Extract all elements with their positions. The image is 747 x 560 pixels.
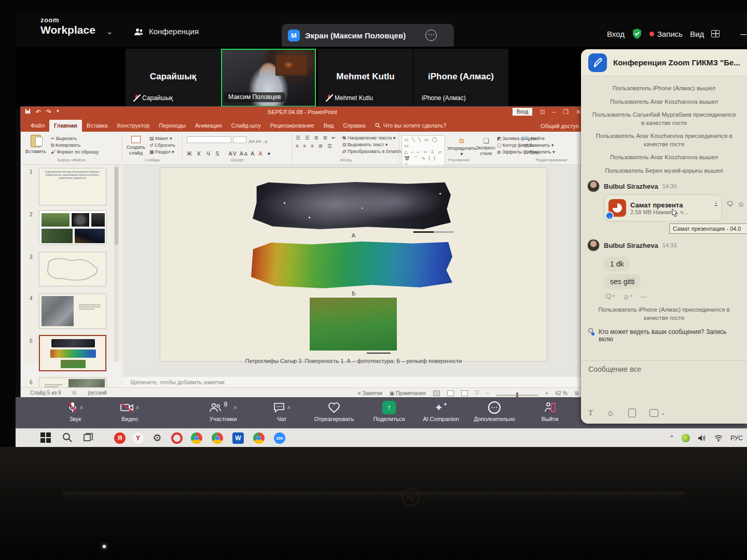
reset-button[interactable]: ↺ Сбросить: [149, 142, 175, 149]
font-style-buttons[interactable]: Ж К Ч S AV Aa A A ▾: [187, 150, 272, 157]
slide-thumbnail-3[interactable]: [39, 252, 106, 286]
slide-sorter-view-icon[interactable]: [447, 390, 454, 396]
browser-icon[interactable]: [212, 432, 223, 444]
audio-options-chevron[interactable]: ˄: [80, 404, 83, 411]
chat-message-list[interactable]: Пользователь iPhone (Алмас) вышел Пользо…: [581, 76, 747, 360]
quick-styles-button[interactable]: ❏ Экспресс-стили: [475, 137, 497, 156]
notes-toggle[interactable]: ≡ Заметки: [358, 390, 382, 396]
section-button[interactable]: ▦ Раздел ▾: [149, 149, 175, 156]
arrange-button[interactable]: ⧉ Упорядочить ▾: [447, 137, 476, 157]
window-close-icon[interactable]: ✕: [576, 108, 581, 116]
spellcheck-icon[interactable]: ⎘: [73, 390, 77, 396]
chat-button[interactable]: ˄ Чат: [258, 401, 305, 422]
tab-animations[interactable]: Анимация: [190, 120, 227, 132]
font-name-combobox[interactable]: [187, 136, 231, 143]
slide-thumbnail-2[interactable]: [39, 211, 106, 245]
align-text-button[interactable]: ⊟ Выровнять текст ▾: [342, 142, 404, 148]
minimize-icon[interactable]: —: [740, 29, 747, 39]
participant-tile[interactable]: iPhone (Алмас) iPhone (Алмас): [413, 49, 508, 107]
comments-toggle[interactable]: ▣ Примечания: [390, 390, 426, 396]
alignment-icons[interactable]: ≡ ≡ ≡ ≣ ☰: [296, 143, 334, 149]
chat-input-area[interactable]: Сообщение все T ☺ ⌄: [581, 360, 747, 424]
file-message-card[interactable]: ↓ Самат презента 2.58 MB Нажмите, ч... ↓…: [604, 194, 722, 221]
task-view-button[interactable]: [83, 432, 94, 444]
copy-button[interactable]: ⧉ Копировать: [51, 142, 99, 149]
leave-button[interactable]: Выйти: [529, 401, 571, 422]
slide-thumbnail-4[interactable]: [39, 293, 106, 329]
search-button[interactable]: [62, 432, 74, 444]
tab-slideshow[interactable]: Слайд-шоу: [227, 120, 266, 132]
react-button[interactable]: Отреагировать: [306, 401, 362, 422]
tab-home[interactable]: Главная: [49, 120, 82, 132]
format-text-icon[interactable]: T: [588, 409, 593, 417]
tab-help[interactable]: Справка: [339, 120, 370, 132]
signin-button[interactable]: Вход: [607, 30, 625, 38]
participant-tile[interactable]: Сарайшық Сарайшық: [126, 49, 220, 107]
paste-button[interactable]: Вставить: [24, 135, 48, 154]
normal-view-icon[interactable]: [433, 390, 440, 396]
tell-me-search[interactable]: Что вы хотите сделать?: [370, 120, 451, 132]
meeting-tab[interactable]: M Экран (Максим Половцев) ⋯: [282, 24, 454, 47]
text-direction-button[interactable]: ⇅ Направление текста ▾: [342, 135, 404, 142]
replace-button[interactable]: ⇄ Заменить ▾: [524, 142, 555, 149]
shapes-gallery[interactable]: ▭ ╲ ╲ ▭ ◯ ▭ △ ⌐ ⌐ ⇦ ⇩ ▱ ➰ ⌒ ∿ ( ) ☆: [402, 135, 445, 169]
tab-transitions[interactable]: Переходы: [154, 120, 190, 132]
chat-chevron[interactable]: ˄: [287, 404, 290, 411]
slide-thumbnail-1[interactable]: Современные методы исследования знаков и…: [39, 168, 106, 205]
chat-message-bubble[interactable]: 1 dk: [604, 257, 630, 271]
tab-review[interactable]: Рецензирование: [266, 120, 319, 132]
audio-button[interactable]: ˄ Звук: [52, 401, 99, 422]
grow-shrink-font-icons[interactable]: A˄ A˅ 𝒜: [248, 139, 267, 144]
settings-gear-icon[interactable]: ⚙: [151, 432, 163, 444]
ppt-title-bar[interactable]: ↶ ↷ ▾ БЕРЕЛ 04.08 - PowerPoint Вход ⊡ – …: [21, 107, 584, 119]
language-indicator[interactable]: русский: [88, 390, 107, 396]
smartart-button[interactable]: ⇄ Преобразовать в SmartArt: [342, 148, 404, 155]
message-actions[interactable]: 🗨⁺ ☺⁺ ⋯: [605, 293, 742, 301]
layout-button[interactable]: ▤ Макет ▾: [149, 135, 175, 142]
meeting-options-icon[interactable]: ⋯: [425, 30, 437, 41]
compose-icon[interactable]: [588, 53, 607, 72]
participants-chevron[interactable]: ˄: [233, 404, 237, 411]
reading-view-icon[interactable]: [461, 390, 468, 396]
message-hover-actions[interactable]: 🗨 ☺: [727, 200, 744, 208]
participant-tile[interactable]: Mehmet Kutlu Mehmet Kutlu: [318, 49, 413, 107]
chevron-down-icon[interactable]: ⌄: [106, 27, 113, 36]
active-speaker-tile[interactable]: Максим Половцев: [221, 49, 316, 107]
tray-app-icon[interactable]: [682, 434, 690, 442]
wifi-icon[interactable]: [714, 434, 723, 442]
cut-button[interactable]: ✂ Вырезать: [51, 135, 99, 142]
window-restore-icon[interactable]: ❐: [563, 108, 569, 116]
emoji-react-icon[interactable]: ☺⁺: [622, 293, 633, 301]
zoom-app-icon[interactable]: zm: [274, 432, 285, 444]
chat-input-placeholder[interactable]: Сообщение все: [588, 365, 641, 373]
security-shield-icon[interactable]: [632, 28, 642, 39]
more-actions-icon[interactable]: ⋯: [640, 293, 647, 301]
chrome-icon[interactable]: [191, 432, 202, 444]
view-button[interactable]: Вид: [690, 30, 704, 38]
participants-button[interactable]: 9 ˄ Участники: [192, 401, 254, 422]
download-icon[interactable]: ↓: [714, 199, 717, 206]
zoom-slider[interactable]: [496, 395, 538, 396]
privacy-note[interactable]: Кто может видеть ваши сообщения? Запись …: [587, 328, 741, 343]
zoom-out-icon[interactable]: −: [486, 390, 489, 396]
opera-icon[interactable]: [171, 432, 183, 444]
more-button[interactable]: ⋯ Дополнительно: [466, 401, 523, 422]
start-button[interactable]: [40, 432, 52, 444]
slide-thumbnail-5-selected[interactable]: [39, 335, 106, 371]
tab-insert[interactable]: Вставка: [82, 120, 113, 132]
thumbnail-scrollbar[interactable]: [114, 165, 119, 362]
emoji-react-icon[interactable]: ☺: [738, 200, 744, 208]
notes-pane[interactable]: Щелкните, чтобы добавить заметки: [123, 376, 584, 387]
volume-icon[interactable]: [697, 434, 707, 442]
language-switcher[interactable]: РУС: [730, 435, 743, 442]
reply-icon[interactable]: 🗨⁺: [605, 293, 615, 301]
share-button[interactable]: Общий доступ: [541, 123, 579, 129]
ribbon-display-icon[interactable]: ⊡: [540, 108, 545, 116]
font-size-combobox[interactable]: [233, 136, 246, 143]
tab-file[interactable]: Файл: [26, 120, 49, 132]
recording-indicator[interactable]: Запись: [649, 30, 683, 38]
format-painter-button[interactable]: 🖌 Формат по образцу: [51, 149, 99, 156]
share-screen-button[interactable]: ↑ Поделиться: [364, 401, 414, 422]
reply-icon[interactable]: 🗨: [727, 200, 734, 208]
ppt-signin-button[interactable]: Вход: [513, 108, 533, 116]
